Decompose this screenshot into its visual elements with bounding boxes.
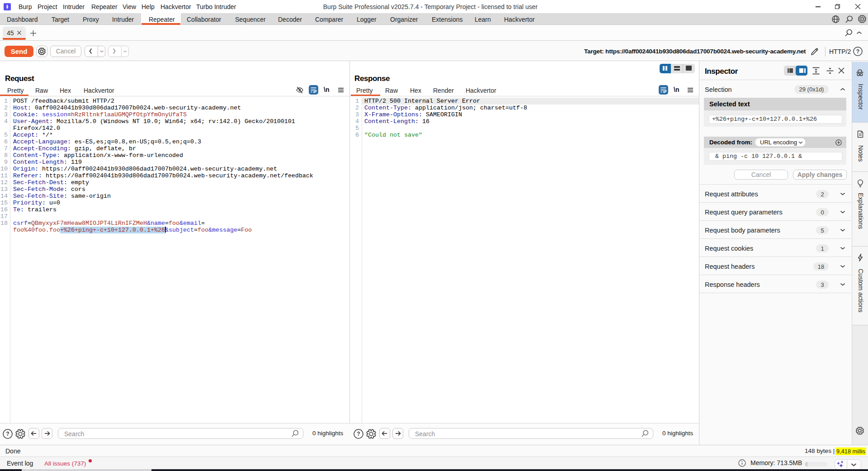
svg-text:?: ?: [856, 48, 859, 55]
svg-text:?: ?: [6, 431, 9, 437]
svg-text:?: ?: [357, 431, 360, 437]
